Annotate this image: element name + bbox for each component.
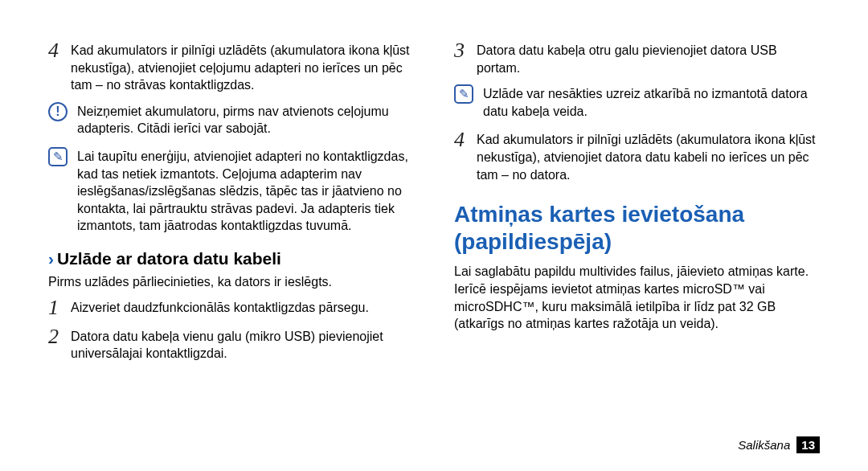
subheading: ›Uzlāde ar datora datu kabeli [48, 249, 414, 268]
note-icon: ✎ [48, 147, 71, 166]
pretext: Pirms uzlādes pārliecinieties, ka dators… [48, 273, 414, 291]
warning-text: Neizņemiet akumulatoru, pirms nav atvien… [77, 102, 414, 137]
warning-icon: ! [48, 102, 71, 121]
page-footer: Salikšana 13 [738, 436, 820, 453]
main-paragraph: Lai saglabātu papildu multivides failus,… [454, 263, 820, 332]
page-columns: 4 Kad akumulators ir pilnīgi uzlādēts (a… [48, 40, 820, 371]
right-column: 3 Datora datu kabeļa otru galu pievienoj… [454, 40, 820, 371]
warning-block: ! Neizņemiet akumulatoru, pirms nav atvi… [48, 102, 414, 137]
step-text: Datora datu kabeļa vienu galu (mikro USB… [71, 326, 414, 362]
left-step-1: 1 Aizveriet daudzfunkcionālās kontaktlig… [48, 297, 414, 318]
chevron-icon: › [48, 249, 54, 268]
note-block: ✎ Uzlāde var nesākties uzreiz atkarībā n… [454, 84, 820, 120]
step-number: 1 [48, 297, 71, 318]
step-number: 4 [454, 129, 477, 150]
left-step-2: 2 Datora datu kabeļa vienu galu (mikro U… [48, 326, 414, 362]
step-text: Kad akumulators ir pilnīgi uzlādēts (aku… [477, 129, 820, 183]
footer-section: Salikšana [738, 438, 790, 452]
right-step-3: 3 Datora datu kabeļa otru galu pievienoj… [454, 40, 820, 76]
left-step-4: 4 Kad akumulators ir pilnīgi uzlādēts (a… [48, 40, 414, 94]
note-icon: ✎ [454, 84, 477, 104]
main-heading: Atmiņas kartes ievietošana (papildiespēj… [454, 201, 820, 255]
note-text: Uzlāde var nesākties uzreiz atkarībā no … [483, 84, 820, 120]
note-text: Lai taupītu enerģiju, atvienojiet adapte… [77, 147, 414, 235]
step-text: Kad akumulators ir pilnīgi uzlādēts (aku… [71, 40, 414, 94]
right-step-4: 4 Kad akumulators ir pilnīgi uzlādēts (a… [454, 129, 820, 183]
step-text: Datora datu kabeļa otru galu pievienojie… [477, 40, 820, 76]
left-column: 4 Kad akumulators ir pilnīgi uzlādēts (a… [48, 40, 414, 371]
subheading-text: Uzlāde ar datora datu kabeli [57, 249, 281, 268]
note-block: ✎ Lai taupītu enerģiju, atvienojiet adap… [48, 147, 414, 235]
page-number: 13 [796, 436, 820, 453]
step-number: 3 [454, 40, 477, 61]
step-number: 2 [48, 326, 71, 347]
step-text: Aizveriet daudzfunkcionālās kontaktligzd… [71, 297, 369, 317]
step-number: 4 [48, 40, 71, 61]
